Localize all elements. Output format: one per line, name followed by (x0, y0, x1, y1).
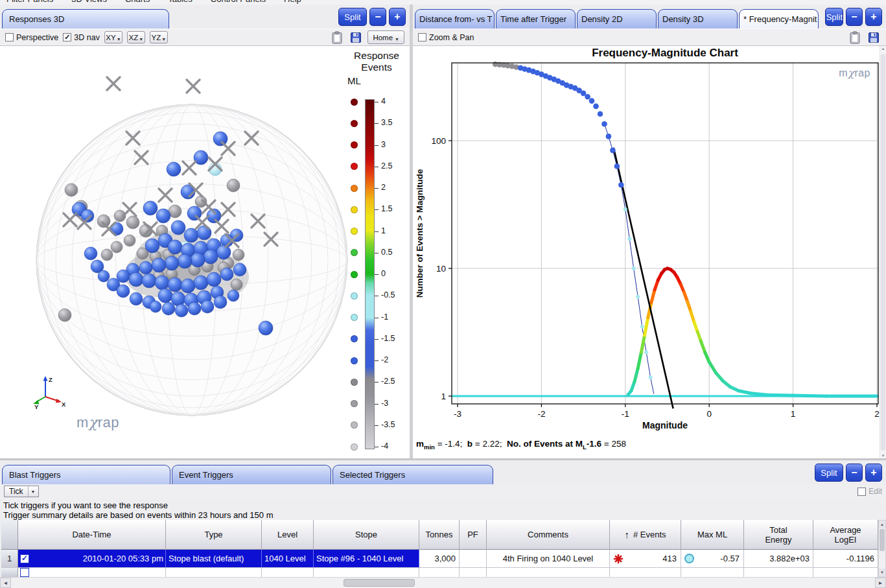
legend-dot (351, 421, 358, 429)
split-button[interactable]: Split (338, 8, 367, 26)
legend-tick-label: 4 (381, 97, 386, 106)
copy-to-clipboard-button[interactable] (848, 30, 862, 45)
row-number[interactable]: 1 (1, 550, 18, 568)
z-axis-label: Z (49, 376, 52, 383)
maximize-panel-button[interactable]: + (389, 8, 406, 26)
legend-tick-label: -4 (381, 441, 388, 451)
ml-color-legend: Response Events ML 43.532.521.510.50-0.5… (344, 46, 410, 458)
sort-ascending-icon: ↑ (624, 530, 629, 539)
menu-filter-panels[interactable]: Filter Panels (6, 0, 53, 4)
cell-stope[interactable]: Stope #96 - 1040 Level (314, 550, 419, 568)
menu-tables[interactable]: Tables (168, 0, 192, 4)
table-vertical-scrollbar[interactable]: ▲ ▼ (878, 520, 886, 577)
menu-3d-views[interactable]: 3D Views (71, 0, 107, 4)
trigger-tick-checkbox[interactable] (20, 554, 29, 563)
legend-tickmark (375, 188, 379, 189)
maximize-panel-button[interactable]: + (865, 8, 882, 26)
minimize-panel-button[interactable]: − (846, 8, 863, 26)
legend-tickmark (375, 123, 379, 124)
minimize-panel-button[interactable]: − (846, 464, 863, 482)
scrollbar-thumb[interactable] (881, 54, 885, 451)
col-header-tonnes[interactable]: Tonnes (419, 520, 460, 550)
legend-title: Events (344, 62, 410, 73)
cell-max-ml[interactable]: -0.57 (681, 550, 744, 568)
tab-frequency-magnitude[interactable]: * Frequency-Magnit (739, 9, 819, 29)
svg-text:-1: -1 (622, 409, 629, 419)
tab-density-2d[interactable]: Density 2D (577, 9, 657, 29)
split-button-clipped[interactable]: Split (825, 8, 843, 26)
legend-tickmark (375, 360, 379, 361)
view-xy-button[interactable]: XY▼ (104, 31, 122, 43)
row-number-header (1, 520, 18, 550)
col-header-average-logei[interactable]: Average LogEI (813, 520, 878, 550)
chart-vertical-scrollbar[interactable]: ▲ ▼ (880, 46, 886, 458)
table-row[interactable]: 1 2010-01-20 05:33 pm Stope blast (defau… (1, 550, 886, 568)
cell-tonnes[interactable]: 3,000 (419, 550, 460, 568)
3d-nav-checkbox[interactable] (63, 33, 71, 41)
cell-level[interactable]: 1040 Level (262, 550, 314, 568)
scroll-down-icon[interactable]: ▼ (879, 569, 885, 576)
save-button[interactable] (349, 30, 363, 45)
cell-type[interactable]: Stope blast (default) (166, 550, 262, 568)
cell-average-logei[interactable]: -0.1196 (813, 550, 878, 568)
edit-checkbox[interactable] (857, 488, 866, 496)
tab-responses-3d[interactable]: Responses 3D (2, 9, 169, 29)
3d-viewport[interactable]: Response Events ML 43.532.521.510.50-0.5… (0, 46, 410, 458)
maximize-panel-button[interactable]: + (865, 464, 882, 482)
scroll-up-icon[interactable]: ▲ (880, 47, 886, 51)
horizontal-scrollbar[interactable]: ◄ ► (0, 577, 886, 588)
save-button[interactable] (867, 30, 881, 45)
menu-charts[interactable]: Charts (125, 0, 150, 4)
cell-total-energy[interactable]: 3.882e+03 (744, 550, 813, 568)
tab-time-after-trigger[interactable]: Time after Trigger (496, 9, 576, 29)
col-header-date-time[interactable]: Date-Time (18, 520, 166, 550)
fm-chart-canvas[interactable]: -3-2-1012110100Frequency-Magnitude Chart… (413, 46, 880, 458)
menu-help[interactable]: Help (284, 0, 301, 4)
scrollbar-thumb[interactable] (344, 579, 415, 587)
frequency-magnitude-chart[interactable]: -3-2-1012110100Frequency-Magnitude Chart… (413, 46, 886, 458)
col-header-level[interactable]: Level (262, 520, 314, 550)
chevron-down-icon: ▼ (117, 37, 121, 41)
col-header-pf[interactable]: PF (460, 520, 487, 550)
zoom-pan-label: Zoom & Pan (429, 33, 474, 42)
svg-text:100: 100 (431, 136, 446, 146)
zoom-pan-checkbox[interactable] (418, 33, 426, 41)
cell-comments[interactable]: 4th Firing on 1040 Level (487, 550, 610, 568)
scrollbar-thumb[interactable] (880, 529, 885, 551)
menu-control-panels[interactable]: Control Panels (211, 0, 266, 4)
cell-num-events[interactable]: 413 (610, 550, 681, 568)
scroll-left-icon[interactable]: ◄ (0, 578, 11, 588)
cell-date-time[interactable]: 2010-01-20 05:33 pm (18, 550, 166, 568)
scroll-down-icon[interactable]: ▼ (880, 454, 886, 458)
view-xz-button[interactable]: XZ▼ (127, 31, 145, 43)
copy-to-clipboard-button[interactable] (330, 30, 344, 45)
tab-distance-from-vs-time[interactable]: Distance from- vs T (415, 9, 495, 29)
trigger-tick-checkbox[interactable] (20, 568, 29, 577)
tab-blast-triggers[interactable]: Blast Triggers (2, 465, 170, 484)
col-header-comments[interactable]: Comments (487, 520, 610, 550)
perspective-checkbox[interactable] (5, 33, 14, 41)
col-header-total-energy[interactable]: Total Energy (744, 520, 813, 550)
view-yz-button[interactable]: YZ▼ (150, 31, 168, 43)
scroll-up-icon[interactable]: ▲ (879, 521, 885, 528)
mxrap-logo: mχrap (839, 67, 870, 79)
col-header-max-ml[interactable]: Max ML (681, 520, 744, 550)
legend-tickmark (375, 447, 379, 447)
left-tab-bar: Responses 3D Split − + (0, 5, 410, 29)
cell-pf[interactable] (460, 550, 487, 568)
col-header-stope[interactable]: Stope (314, 520, 419, 550)
minimize-panel-button[interactable]: − (369, 8, 386, 26)
home-view-button[interactable]: Home▼ (367, 30, 404, 44)
legend-tickmark (375, 167, 379, 167)
table-row-partial[interactable] (1, 568, 886, 577)
col-header-num-events[interactable]: ↑# Events (610, 520, 681, 550)
tab-event-triggers[interactable]: Event Triggers (172, 465, 331, 484)
tab-selected-triggers[interactable]: Selected Triggers (332, 465, 493, 484)
split-button[interactable]: Split (815, 464, 843, 482)
legend-tick-label: -1 (381, 312, 388, 322)
svg-text:Number of Events > Magnitude: Number of Events > Magnitude (415, 169, 425, 298)
col-header-type[interactable]: Type (166, 520, 262, 550)
tick-dropdown[interactable]: Tick ▼ (4, 486, 39, 497)
tab-density-3d[interactable]: Density 3D (658, 9, 738, 29)
scroll-right-icon[interactable]: ► (875, 578, 886, 588)
